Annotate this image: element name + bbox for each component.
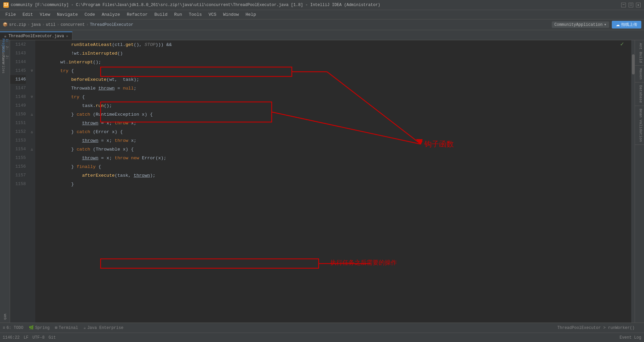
- code-line-1150: } catch (RuntimeException x) {: [35, 110, 635, 119]
- code-line-1155: thrown = x; throw new Error(x);: [35, 154, 635, 162]
- todo-label: 6: TODO: [6, 326, 23, 330]
- window-controls: ─ □ ✕: [621, 3, 641, 7]
- menu-code[interactable]: Code: [82, 11, 98, 18]
- gutter-1155: [29, 154, 35, 162]
- vertical-scrollbar[interactable]: [631, 40, 635, 323]
- menu-view[interactable]: View: [37, 11, 53, 18]
- code-line-1147: Throwable thrown = null;: [35, 84, 635, 93]
- menu-analyze[interactable]: Analyze: [99, 11, 123, 18]
- status-lf: LF: [23, 335, 28, 340]
- todo-tab[interactable]: ≡ 6: TODO: [3, 326, 23, 330]
- cloud-icon: ☁: [616, 22, 620, 27]
- status-left: 1146:22 LF UTF-8 Git: [3, 335, 56, 340]
- status-bar: 1146:22 LF UTF-8 Git Event Log: [0, 333, 644, 342]
- ant-build-panel[interactable]: Ant Build: [635, 40, 644, 66]
- menu-run[interactable]: Run: [171, 11, 184, 18]
- menu-help[interactable]: Help: [243, 11, 259, 18]
- scrollbar-thumb[interactable]: [632, 54, 635, 74]
- menu-vcs[interactable]: VCS: [206, 11, 219, 18]
- gutter-1156: [29, 162, 35, 171]
- line-num-1144: 1144: [10, 58, 26, 66]
- menu-build[interactable]: Build: [152, 11, 170, 18]
- todo-icon: ≡: [3, 326, 5, 330]
- code-line-1158: }: [35, 180, 635, 188]
- gutter-1151: [29, 119, 35, 127]
- status-right: Event Log: [620, 335, 641, 340]
- gutter-1154: △: [29, 145, 35, 154]
- line-num-1142: 1142: [10, 40, 26, 49]
- line-num-1153: 1153: [10, 136, 26, 145]
- menu-bar: File Edit View Navigate Code Analyze Ref…: [0, 10, 644, 19]
- terminal-icon: ⊞: [55, 325, 57, 330]
- spring-icon: 🌿: [29, 325, 34, 330]
- java-enterprise-icon: ☕: [84, 325, 86, 330]
- code-line-1154: } catch (Throwable x) {: [35, 145, 635, 154]
- line-num-1151: 1151: [10, 119, 26, 127]
- line-num-1157: 1157: [10, 171, 26, 180]
- maven-panel[interactable]: Maven: [635, 66, 644, 82]
- minimize-button[interactable]: ─: [621, 3, 626, 7]
- tab-close-icon[interactable]: ✕: [66, 34, 68, 38]
- sidebar-web-icon[interactable]: Web: [2, 311, 7, 323]
- gutter-1158: [29, 180, 35, 188]
- code-line-1157: afterExecute(task, thrown);: [35, 171, 635, 180]
- dropdown-icon: ▾: [604, 22, 606, 27]
- code-editor[interactable]: runStateAtLeast(ctl.get(), STOP))) && !w…: [35, 40, 635, 323]
- gutter-1144: [29, 58, 35, 66]
- menu-edit[interactable]: Edit: [20, 11, 36, 18]
- spring-tab[interactable]: 🌿 Spring: [29, 325, 50, 330]
- gutter-1149: [29, 101, 35, 110]
- tab-threadpoolexecutor[interactable]: ☕ ThreadPoolExecutor.java ✕: [0, 32, 72, 40]
- menu-tools[interactable]: Tools: [186, 11, 205, 18]
- run-config-label: CommunityApplication: [554, 22, 603, 27]
- menu-window[interactable]: Window: [220, 11, 241, 18]
- title-bar-left: IJ community [F:\community] - C:\Program…: [3, 2, 380, 8]
- menu-navigate[interactable]: Navigate: [54, 11, 80, 18]
- breadcrumb: 📦 src.zip › java › util › concurrent › T…: [3, 22, 133, 27]
- breadcrumb-src: src.zip: [9, 22, 26, 27]
- gutter-1147: [29, 84, 35, 93]
- toolbar-right: CommunityApplication ▾ ☁ 拍线上传: [552, 21, 641, 28]
- java-enterprise-label: Java Enterprise: [87, 326, 123, 330]
- app-icon: IJ: [3, 2, 9, 8]
- upload-button[interactable]: ☁ 拍线上传: [612, 21, 641, 28]
- code-line-1151: thrown = x; throw x;: [35, 119, 635, 127]
- bean-validation-panel[interactable]: Bean Validation: [635, 106, 644, 145]
- toolbar: 📦 src.zip › java › util › concurrent › T…: [0, 19, 644, 30]
- line-numbers-panel: 1142 1143 1144 1145 1146 1147 1148 1149 …: [10, 40, 29, 323]
- line-num-1146: 1146: [10, 75, 26, 84]
- gutter-1152: △: [29, 127, 35, 136]
- right-sidebar: Ant Build Maven Database Bean Validation: [635, 40, 644, 323]
- terminal-tab[interactable]: ⊞ Terminal: [55, 325, 78, 330]
- event-log-label[interactable]: Event Log: [620, 335, 641, 340]
- line-num-1143: 1143: [10, 49, 26, 58]
- bottom-breadcrumb: ThreadPoolExecutor > runWorker(): [557, 326, 635, 330]
- close-button[interactable]: ✕: [636, 3, 641, 7]
- status-encoding: UTF-8: [33, 335, 45, 340]
- menu-file[interactable]: File: [3, 11, 18, 18]
- tab-label: ThreadPoolExecutor.java: [8, 34, 64, 39]
- sidebar-favorites-icon[interactable]: 2: Favorites: [1, 60, 9, 68]
- window-title: community [F:\community] - C:\Program Fi…: [11, 3, 380, 7]
- code-line-1156: } finally {: [35, 162, 635, 171]
- database-panel[interactable]: Database: [635, 82, 644, 106]
- upload-label: 拍线上传: [621, 22, 637, 27]
- code-line-1146: beforeExecute(wt, task);: [35, 75, 635, 84]
- status-git: Git: [49, 335, 56, 340]
- line-num-1148: 1148: [10, 93, 26, 101]
- breadcrumb-util: util: [46, 22, 56, 27]
- java-enterprise-tab[interactable]: ☕ Java Enterprise: [84, 325, 123, 330]
- code-line-1153: thrown = x; throw x;: [35, 136, 635, 145]
- maximize-button[interactable]: □: [629, 3, 633, 7]
- spring-label: Spring: [35, 326, 50, 330]
- line-num-1152: 1152: [10, 127, 26, 136]
- menu-refactor[interactable]: Refactor: [124, 11, 150, 18]
- gutter-panel: ▽ ▽ △ △ △: [29, 40, 35, 323]
- tab-bar: ☕ ThreadPoolExecutor.java ✕: [0, 30, 644, 40]
- after-execute-label: 执行任务之后需要的操作: [330, 259, 397, 267]
- line-num-1150: 1150: [10, 110, 26, 119]
- run-config-selector[interactable]: CommunityApplication ▾: [552, 21, 609, 28]
- code-line-1143: !wt.isInterrupted(): [35, 49, 635, 58]
- breadcrumb-file: ThreadPoolExecutor: [90, 22, 133, 27]
- code-line-1152: } catch (Error x) {: [35, 127, 635, 136]
